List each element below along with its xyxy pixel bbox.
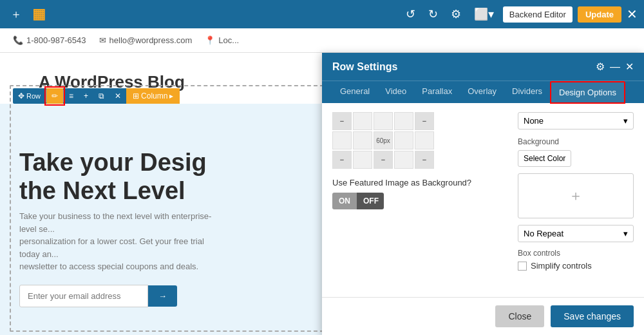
background-image-box[interactable]: ＋ [518,173,634,218]
modal-close-icon[interactable]: ✕ [625,61,634,73]
location-info: 📍 Loc... [205,35,239,45]
email-submit-button[interactable]: → [148,285,177,307]
modal-settings-icon[interactable]: ⚙ [596,61,605,73]
email-input[interactable] [19,285,148,307]
preview-button[interactable]: ⬜▾ [470,5,498,24]
spacing-bot-center[interactable]: − [374,151,393,169]
spacing-top-4[interactable] [394,112,413,130]
toggle-on-button[interactable]: ON [332,193,357,209]
modal-body-right: None ▾ Background Select Color ＋ No Repe… [518,112,634,288]
dropdown-arrow-icon: ▾ [623,116,628,126]
none-dropdown[interactable]: None ▾ [518,112,634,129]
column-button[interactable]: ⊞ Column ▸ [126,88,180,104]
spacing-top-right[interactable]: − [415,112,434,130]
modal-footer: Close Save changes [322,297,644,335]
spacing-bot-left[interactable]: − [332,151,352,169]
clone-row-button[interactable]: ⧉ [93,88,109,104]
column-icon: ⊞ [133,91,139,100]
background-label: Background [518,137,634,146]
address-bar: 📞 1-800-987-6543 ✉ hello@wordpress.com 📍… [0,28,644,53]
toggle-group: ON OFF [332,193,384,209]
update-button[interactable]: Update [578,6,621,23]
modal-title: Row Settings [332,61,397,73]
simplify-label: Simplify controls [531,261,592,271]
redo-button[interactable]: ↻ [424,5,442,24]
top-bar-left: ＋ ▦ [6,4,46,24]
settings-button[interactable]: ⚙ [447,5,465,24]
spacing-mid-1[interactable] [332,131,352,149]
add-image-icon: ＋ [569,186,583,206]
modal-tabs: General Video Parallax Overlay Dividers … [322,81,644,103]
backend-editor-button[interactable]: Backend Editor [503,6,573,23]
tab-video[interactable]: Video [377,81,414,103]
modal-minimize-icon[interactable]: — [610,61,620,73]
tab-parallax[interactable]: Parallax [414,81,460,103]
logo-icon: ▦ [32,6,46,23]
modal-body: − − 60px − − − [322,103,644,297]
simplify-checkbox[interactable] [518,262,527,271]
pencil-icon: ✏ [52,91,58,100]
close-button[interactable]: Close [495,305,544,327]
spacing-bot-right[interactable]: − [415,151,434,169]
modal-panel: Row Settings ⚙ — ✕ General Video Paralla… [322,53,644,335]
clone-icon: ⧉ [99,91,104,100]
edit-row-button[interactable]: ✏ [46,88,63,104]
add-icon: + [84,91,88,100]
tab-general[interactable]: General [332,81,377,103]
location-icon: 📍 [205,35,215,45]
row-toolbar: ✥ Row ✏ ≡ + ⧉ ✕ ⊞ Column ▸ [13,88,180,104]
spacing-grid: − − 60px − − − [332,112,505,169]
spacing-mid-4[interactable] [394,131,413,149]
phone-info: 📞 1-800-987-6543 [13,35,86,45]
simplify-row: Simplify controls [518,261,634,271]
close-topbar-button[interactable]: ✕ [627,6,638,22]
featured-image-label: Use Featured Image as Background? [332,178,505,187]
toggle-off-button[interactable]: OFF [357,193,384,209]
tab-design-options[interactable]: Design Options [550,81,625,104]
tab-overlay[interactable]: Overlay [460,81,504,103]
move-icon: ✥ [18,91,24,100]
top-bar: ＋ ▦ ↺ ↻ ⚙ ⬜▾ Backend Editor Update ✕ [0,0,644,28]
modal-body-left: − − 60px − − − [332,112,505,288]
no-repeat-label: No Repeat [524,229,564,238]
delete-icon: ✕ [115,91,121,100]
row-label: ✥ Row [13,88,46,104]
phone-icon: 📞 [13,35,23,45]
spacing-px-value: 60px [374,131,393,149]
column-arrow-icon: ▸ [169,91,173,100]
delete-row-button[interactable]: ✕ [109,88,126,104]
featured-image-section: Use Featured Image as Background? ON OFF [332,178,505,209]
spacing-top-2[interactable] [353,112,372,130]
email-icon: ✉ [99,35,106,45]
hero-sub: Take your business to the next level wit… [0,205,245,278]
modal-header: Row Settings ⚙ — ✕ [322,53,644,81]
spacing-mid-2[interactable] [353,131,372,149]
tab-dividers[interactable]: Dividers [504,81,550,103]
modal-header-icons: ⚙ — ✕ [596,61,634,73]
spacing-mid-5[interactable] [415,131,434,149]
add-button[interactable]: ＋ [6,4,26,24]
undo-button[interactable]: ↺ [402,5,419,24]
no-repeat-dropdown[interactable]: No Repeat ▾ [518,225,634,242]
spacing-bot-2[interactable] [353,151,372,169]
top-bar-right: ↺ ↻ ⚙ ⬜▾ Backend Editor Update ✕ [402,5,638,24]
page-area: A WordPress Blog ✥ Row ✏ ≡ + ⧉ ✕ [0,53,644,335]
none-label: None [524,116,544,126]
save-changes-button[interactable]: Save changes [551,305,634,327]
no-repeat-arrow-icon: ▾ [623,229,628,238]
email-info: ✉ hello@wordpress.com [99,35,193,45]
reorder-button[interactable]: ≡ [64,88,79,104]
add-row-button[interactable]: + [79,88,93,104]
spacing-bot-4[interactable] [394,151,413,169]
spacing-top-left[interactable]: − [332,112,352,130]
box-controls-label: Box controls [518,249,634,258]
select-color-button[interactable]: Select Color [518,150,571,167]
spacing-top-center[interactable] [374,112,393,130]
reorder-icon: ≡ [69,91,73,100]
